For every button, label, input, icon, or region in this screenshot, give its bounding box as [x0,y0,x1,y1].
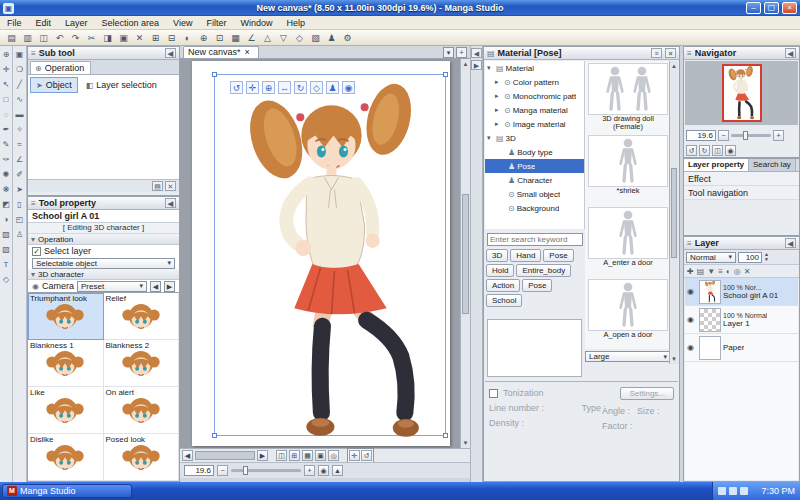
object-rotate-icon[interactable]: ↻ [294,81,307,94]
blend-mode-dropdown[interactable]: Normal ▾ [686,252,736,263]
tray-icon[interactable] [718,487,726,495]
material-tag-button[interactable]: Hand [510,249,541,262]
scrollbar-thumb[interactable] [462,194,469,314]
School girl A 01[interactable]: ◉ 100 % Nor... School girl A 01 [685,278,798,306]
tree-expander-icon[interactable]: ▾ [487,64,494,72]
zoom-in-icon[interactable]: + [773,130,784,141]
zoom-in-icon[interactable]: + [304,465,315,476]
pencil-tool[interactable]: ✎ [0,137,12,152]
opacity-field[interactable]: 100 [738,252,762,263]
vertical-scrollbar[interactable]: ▲ ▼ [460,59,470,448]
tree-expander-icon[interactable]: ▸ [495,78,502,86]
text-tool[interactable]: T [0,257,12,272]
navigator-preview-area[interactable] [685,61,798,125]
new-canvas-icon[interactable]: ▤ [4,31,19,45]
select-all-icon[interactable]: ⊞ [148,31,163,45]
tree-expander-icon[interactable]: ▸ [495,92,502,100]
expression-item[interactable]: Posed look [104,434,180,481]
subtool-object[interactable]: ➤ Object [30,77,78,93]
panel-collapse-icon[interactable]: ◀ [785,238,796,248]
panel-menu-icon[interactable]: ≡ [687,239,692,248]
expression-item[interactable]: Dislike [28,434,104,481]
menu-item[interactable]: Edit [29,16,59,30]
camera-preset-dropdown[interactable]: Preset ▾ [77,281,147,292]
material-tree-item[interactable]: ♟ Character [485,173,584,187]
section-operation[interactable]: ▾ Operation [28,234,179,245]
flip-view-icon[interactable]: ◫ [276,450,287,461]
zoom-out-icon[interactable]: − [718,130,729,141]
flip-horizontal-icon[interactable]: ◫ [712,145,723,156]
pose-icon[interactable]: ♟ [324,31,339,45]
material-tree-item[interactable]: ▾ ▤ Material [485,61,584,75]
material-search-input[interactable] [487,233,583,246]
preset-prev-button[interactable]: ◀ [150,281,161,292]
grid-icon[interactable]: ▦ [228,31,243,45]
balloon-tool[interactable]: ❍ [14,62,26,77]
tab-operation[interactable]: ⊕ Operation [30,61,91,74]
settings-button[interactable]: Settings... [620,387,674,400]
panel-tool[interactable]: ◰ [14,212,26,227]
expression-item[interactable]: Blankness 2 [104,340,180,387]
visibility-eye-icon[interactable]: ◉ [687,287,697,296]
menu-item[interactable]: Filter [199,16,233,30]
ruler-icon[interactable]: ∠ [244,31,259,45]
collapse-right-icon[interactable]: ▶ [471,60,482,70]
zoom-out-icon[interactable]: − [217,465,228,476]
object-tool[interactable]: ➤ [14,182,26,197]
rotate-right-icon[interactable]: ↻ [699,145,710,156]
fill-tool[interactable]: ▨ [0,227,12,242]
object-move-icon[interactable]: ↔ [278,81,291,94]
move-tool[interactable]: ✛ [0,62,12,77]
visibility-eye-icon[interactable]: ◉ [687,315,697,324]
bbox-handle[interactable] [212,433,217,438]
redo-icon[interactable]: ↷ [68,31,83,45]
bbox-handle[interactable] [443,72,448,77]
onion-skin-icon[interactable]: ◎ [734,267,741,276]
open-file-icon[interactable]: ▥ [20,31,35,45]
camera-zoom-icon[interactable]: ⊕ [262,81,275,94]
menu-item[interactable]: Selection area [95,16,167,30]
snap-grid-icon[interactable]: ◇ [292,31,307,45]
zoom-slider-knob[interactable] [243,466,248,475]
bbox-handle[interactable] [443,433,448,438]
copy-icon[interactable]: ◨ [100,31,115,45]
canvas-tab[interactable]: New canvas* × [183,46,259,58]
menu-item[interactable]: View [166,16,199,30]
snap-special-icon[interactable]: ▽ [276,31,291,45]
brush-tool[interactable]: ✑ [0,152,12,167]
rotate-reset-icon[interactable]: ▲ [332,465,343,476]
pose-edit-icon[interactable]: ♟ [326,81,339,94]
panel-menu-icon[interactable]: ≡ [31,199,36,208]
scroll-up-icon[interactable]: ▲ [671,62,677,70]
decoration-tool[interactable]: ❋ [0,182,12,197]
root-move-icon[interactable]: ◉ [342,81,355,94]
delete-icon[interactable]: ✕ [132,31,147,45]
thumbnail-size-dropdown[interactable]: Large ▾ [585,351,671,362]
horizontal-scrollbar-thumb[interactable] [195,451,255,460]
zoom-slider-knob[interactable] [743,131,748,140]
material-item[interactable]: A_enter a door [585,205,671,277]
cut-icon[interactable]: ✂ [84,31,99,45]
layer-property-tab[interactable]: Layer property [684,159,749,171]
guide-toggle-icon[interactable]: ▦ [302,450,313,461]
material-tree-item[interactable]: ▸ ⊙ Manga material [485,103,584,117]
expression-item[interactable]: Like [28,387,104,434]
invert-selection-icon[interactable]: ◐ [180,31,195,45]
material-tree-item[interactable]: ⊙ Background [485,201,584,215]
scroll-up-icon[interactable]: ▲ [463,60,469,68]
paste-icon[interactable]: ▣ [116,31,131,45]
ruler-tool[interactable]: ∠ [14,152,26,167]
fit-to-window-icon[interactable]: ◉ [318,465,329,476]
zoom-icon[interactable]: ⊕ [196,31,211,45]
3d-tool[interactable]: ♙ [14,227,26,242]
scroll-down-icon[interactable]: ▼ [463,439,469,447]
preset-next-button[interactable]: ▶ [164,281,175,292]
minimize-button[interactable]: – [746,2,761,14]
material-tag-button[interactable]: 3D [486,249,508,262]
tray-icon[interactable] [740,487,748,495]
curve-tool[interactable]: ∿ [14,92,26,107]
section-3d-character[interactable]: ▾ 3D character [28,269,179,280]
grid-toggle-icon[interactable]: ⊞ [289,450,300,461]
taskbar-app-button[interactable]: M Manga Studio [2,484,132,498]
rotate-nav-icon[interactable]: ↺ [361,450,372,461]
